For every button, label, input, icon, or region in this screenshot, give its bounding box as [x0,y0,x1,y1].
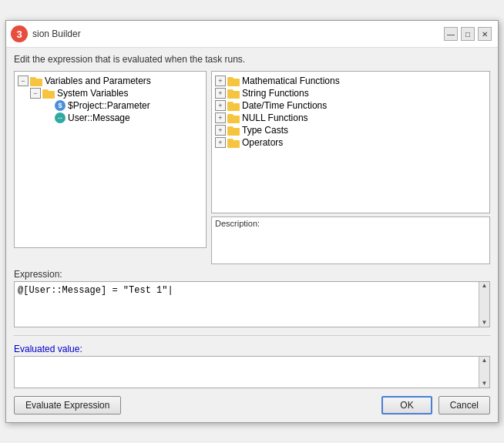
tree-item-null[interactable]: + NULL Functions [213,112,488,124]
var-icon-project: $ [55,100,66,111]
buttons-row: Evaluate Expression OK Cancel [14,396,490,414]
scroll-up-arrow[interactable]: ▲ [482,283,488,289]
expression-section: Expression: @[User::Message] = "Test 1"|… [14,269,490,327]
tree-item-datetime[interactable]: + Date/Time Functions [213,99,488,112]
expression-builder-window: 3 sion Builder — □ ✕ Edit the expression… [5,20,499,423]
evaluated-scrollbar: ▲ ▼ [479,357,489,388]
tree-label-null: NULL Functions [242,112,308,123]
expander-system-variables[interactable]: − [30,88,41,99]
step-badge: 3 [11,25,28,42]
folder-icon-string [227,89,240,99]
evaluate-expression-button[interactable]: Evaluate Expression [14,396,121,414]
description-box: Description: [211,216,490,264]
panes-row: − Variables and Parameters − System Vari… [14,71,490,264]
cancel-button[interactable]: Cancel [438,396,490,414]
expander-string[interactable]: + [215,88,226,99]
divider [14,335,490,336]
tree-item-math[interactable]: + Mathematical Functions [213,75,488,87]
tree-item-string[interactable]: + String Functions [213,87,488,99]
expander-null[interactable]: + [215,112,226,123]
minimize-button[interactable]: — [444,27,458,41]
tree-label-string: String Functions [242,88,309,99]
evaluated-section: Evaluated value: ▲ ▼ [14,344,490,388]
tree-label-variables-root: Variables and Parameters [45,76,151,86]
folder-icon-system [42,89,55,99]
eval-scroll-up[interactable]: ▲ [482,357,488,364]
folder-icon-datetime [227,101,240,111]
expression-value[interactable]: @[User::Message] = "Test 1"| [15,282,479,327]
left-pane[interactable]: − Variables and Parameters − System Vari… [14,71,207,248]
tree-item-project-parameter[interactable]: $ $Project::Parameter [41,99,204,112]
evaluated-value-container: ▲ ▼ [14,356,490,388]
window-description: Edit the expression that is evaluated wh… [14,54,490,65]
title-controls: — □ ✕ [444,27,492,41]
right-pane: + Mathematical Functions + String Functi… [211,71,490,264]
expander-operators[interactable]: + [215,137,226,148]
tree-item-operators[interactable]: + Operators [213,136,488,149]
expander-math[interactable]: + [215,76,226,86]
expression-input-container: @[User::Message] = "Test 1"| ▲ ▼ [14,281,490,327]
folder-icon-variables [30,76,42,86]
tree-label-operators: Operators [242,137,283,148]
evaluated-value [15,357,479,388]
ok-cancel-group: OK Cancel [381,396,490,414]
window-body: Edit the expression that is evaluated wh… [6,48,498,422]
tree-label-math: Mathematical Functions [242,76,340,86]
tree-label-datetime: Date/Time Functions [242,100,327,111]
tree-item-typecasts[interactable]: + Type Casts [213,124,488,136]
tree-label-typecasts: Type Casts [242,125,288,136]
evaluated-label: Evaluated value: [14,344,490,354]
eval-scroll-down[interactable]: ▼ [482,381,488,387]
ok-button[interactable]: OK [381,396,432,414]
tree-label-system-variables: System Variables [57,88,128,99]
close-button[interactable]: ✕ [478,27,492,41]
folder-icon-operators [227,138,240,148]
expression-label: Expression: [14,269,490,280]
description-label: Description: [215,219,486,228]
expression-scrollbar: ▲ ▼ [479,282,489,327]
folder-icon-math [227,76,240,86]
expander-typecasts[interactable]: + [215,125,226,136]
tree-item-variables-root[interactable]: − Variables and Parameters [16,75,204,87]
tree-label-project-parameter: $Project::Parameter [68,100,150,111]
window-title: sion Builder [32,29,444,39]
folder-icon-typecasts [227,126,240,136]
var-icon-user: ↔ [55,112,66,123]
tree-item-user-message[interactable]: ↔ User::Message [41,112,204,124]
scroll-down-arrow[interactable]: ▼ [482,320,488,326]
folder-icon-null [227,113,240,123]
tree-item-system-variables[interactable]: − System Variables [29,87,204,99]
maximize-button[interactable]: □ [461,27,475,41]
tree-label-user-message: User::Message [68,112,130,123]
title-bar: 3 sion Builder — □ ✕ [6,21,498,48]
expander-variables-root[interactable]: − [18,76,29,86]
right-functions-pane[interactable]: + Mathematical Functions + String Functi… [211,71,490,213]
expander-datetime[interactable]: + [215,100,226,111]
